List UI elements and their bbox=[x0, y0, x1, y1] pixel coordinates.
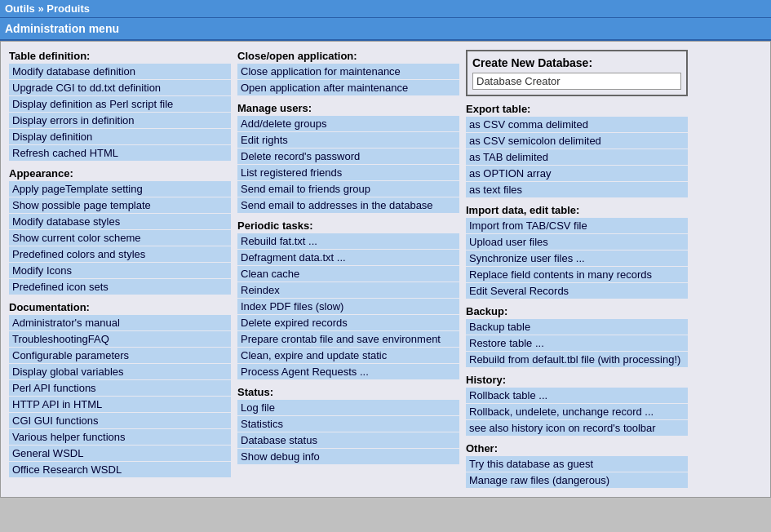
menu-item[interactable]: as CSV semicolon delimited bbox=[466, 133, 688, 149]
menu-item[interactable]: Rebuild from default.tbl file (with proc… bbox=[466, 352, 688, 367]
menu-item[interactable]: Delete record's password bbox=[237, 149, 459, 164]
menu-item[interactable]: Show debug info bbox=[237, 449, 459, 464]
menu-item[interactable]: Close application for maintenance bbox=[237, 64, 459, 79]
menu-item[interactable]: Open application after maintenance bbox=[237, 80, 459, 95]
menu-item[interactable]: Configurable parameters bbox=[9, 348, 231, 363]
menu-item[interactable]: Upload user files bbox=[466, 234, 688, 250]
menu-item[interactable]: Display definition as Perl script file bbox=[9, 96, 231, 112]
menu-item[interactable]: Office Research WSDL bbox=[9, 462, 231, 477]
section-header: Appearance: bbox=[9, 167, 231, 180]
menu-item[interactable]: Show possible page template bbox=[9, 197, 231, 213]
menu-item[interactable]: Display definition bbox=[9, 129, 231, 144]
section-header: Import data, edit table: bbox=[466, 204, 688, 216]
section-header: History: bbox=[466, 374, 688, 386]
menu-item[interactable]: Statistics bbox=[237, 416, 459, 432]
section-header: Table definition: bbox=[9, 50, 231, 62]
menu-item[interactable]: Backup table bbox=[466, 319, 688, 335]
menu-item[interactable]: Predefined icon sets bbox=[9, 279, 231, 295]
menu-item[interactable]: Edit Several Records bbox=[466, 283, 688, 299]
title-bar: Administration menu bbox=[0, 18, 771, 41]
col1: Table definition:Modify database definit… bbox=[6, 47, 234, 492]
section-header: Export table: bbox=[466, 103, 688, 115]
menu-item[interactable]: HTTP API in HTML bbox=[9, 397, 231, 412]
section-header: Documentation: bbox=[9, 301, 231, 313]
top-bar: Outils » Produits bbox=[0, 0, 771, 18]
menu-item[interactable]: CGI GUI functions bbox=[9, 413, 231, 428]
menu-item[interactable]: Upgrade CGI to dd.txt definition bbox=[9, 80, 231, 95]
page-title: Administration menu bbox=[5, 22, 119, 35]
menu-item[interactable]: as text files bbox=[466, 182, 688, 197]
menu-item[interactable]: Display errors in definition bbox=[9, 113, 231, 128]
menu-item[interactable]: Edit rights bbox=[237, 132, 459, 148]
menu-item[interactable]: List registered friends bbox=[237, 165, 459, 180]
menu-item[interactable]: Rollback, undelete, unchange record ... bbox=[466, 404, 688, 419]
menu-item[interactable]: Administrator's manual bbox=[9, 315, 231, 330]
menu-item[interactable]: Import from TAB/CSV file bbox=[466, 218, 688, 233]
menu-item[interactable]: Clean, expire and update static bbox=[237, 348, 459, 363]
menu-item[interactable]: Synchronize user files ... bbox=[466, 250, 688, 266]
menu-item[interactable]: Predefined colors and styles bbox=[9, 246, 231, 262]
menu-item[interactable]: Process Agent Requests ... bbox=[237, 364, 459, 379]
col3: Create New Database:Export table:as CSV … bbox=[463, 47, 691, 492]
create-db-input[interactable] bbox=[472, 73, 681, 90]
menu-item[interactable]: Try this database as guest bbox=[466, 456, 688, 472]
menu-item[interactable]: Send email to friends group bbox=[237, 181, 459, 197]
menu-item[interactable]: Log file bbox=[237, 400, 459, 415]
section-header: Backup: bbox=[466, 305, 688, 317]
section-header: Periodic tasks: bbox=[237, 219, 459, 232]
menu-item[interactable]: Modify database definition bbox=[9, 64, 231, 79]
menu-item[interactable]: TroubleshootingFAQ bbox=[9, 331, 231, 347]
col2: Close/open application:Close application… bbox=[234, 47, 463, 492]
create-db-box: Create New Database: bbox=[466, 50, 688, 96]
menu-item[interactable]: Clean cache bbox=[237, 266, 459, 282]
menu-item[interactable]: Restore table ... bbox=[466, 335, 688, 351]
menu-item[interactable]: Display global variables bbox=[9, 364, 231, 379]
section-header: Close/open application: bbox=[237, 50, 459, 62]
menu-item[interactable]: as OPTION array bbox=[466, 166, 688, 181]
menu-item[interactable]: Modify database styles bbox=[9, 214, 231, 229]
menu-item[interactable]: Refresh cached HTML bbox=[9, 145, 231, 161]
section-header: Other: bbox=[466, 442, 688, 454]
create-db-title: Create New Database: bbox=[472, 56, 681, 69]
menu-item[interactable]: as CSV comma delimited bbox=[466, 117, 688, 132]
breadcrumb: Outils » Produits bbox=[5, 2, 90, 15]
menu-item[interactable]: Reindex bbox=[237, 282, 459, 298]
menu-item[interactable]: Defragment data.txt ... bbox=[237, 250, 459, 265]
menu-item[interactable]: Send email to addresses in the database bbox=[237, 197, 459, 213]
menu-item[interactable]: Rebuild fat.txt ... bbox=[237, 233, 459, 249]
menu-item[interactable]: Index PDF files (slow) bbox=[237, 299, 459, 314]
menu-item[interactable]: Various helper functions bbox=[9, 429, 231, 445]
menu-item[interactable]: Add/delete groups bbox=[237, 116, 459, 131]
menu-item[interactable]: Modify Icons bbox=[9, 263, 231, 278]
menu-item[interactable]: Rollback table ... bbox=[466, 388, 688, 403]
menu-item[interactable]: Show current color scheme bbox=[9, 230, 231, 246]
menu-item[interactable]: Replace field contents in many records bbox=[466, 267, 688, 282]
menu-item[interactable]: Apply pageTemplate setting bbox=[9, 181, 231, 197]
section-header: Manage users: bbox=[237, 102, 459, 114]
menu-item[interactable]: Manage raw files (dangerous) bbox=[466, 472, 688, 488]
menu-item[interactable]: Prepare crontab file and save environmen… bbox=[237, 331, 459, 347]
menu-item[interactable]: see also history icon on record's toolba… bbox=[466, 420, 688, 436]
section-header: Status: bbox=[237, 386, 459, 398]
menu-item[interactable]: Perl API functions bbox=[9, 380, 231, 396]
menu-item[interactable]: Delete expired records bbox=[237, 315, 459, 330]
menu-item[interactable]: Database status bbox=[237, 432, 459, 448]
main-container: Table definition:Modify database definit… bbox=[0, 41, 771, 498]
menu-item[interactable]: as TAB delimited bbox=[466, 149, 688, 165]
menu-item[interactable]: General WSDL bbox=[9, 446, 231, 461]
